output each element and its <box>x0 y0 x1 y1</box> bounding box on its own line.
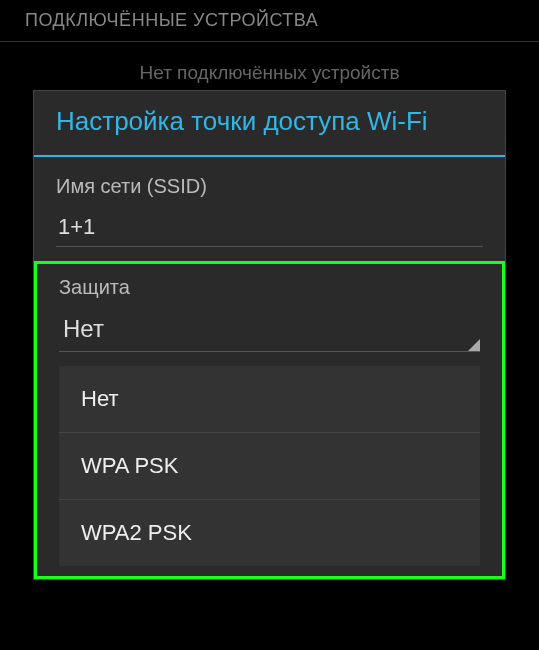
security-option-wpa2-psk[interactable]: WPA2 PSK <box>59 500 480 566</box>
security-option-none[interactable]: Нет <box>59 366 480 433</box>
screen-header: ПОДКЛЮЧЁННЫЕ УСТРОЙСТВА <box>0 0 539 42</box>
security-dropdown[interactable]: Нет <box>59 307 480 352</box>
security-options-list: Нет WPA PSK WPA2 PSK <box>59 366 480 566</box>
no-devices-text: Нет подключённых устройств <box>0 42 539 94</box>
ssid-label: Имя сети (SSID) <box>56 175 483 198</box>
security-section: Защита Нет Нет WPA PSK WPA2 PSK <box>34 261 505 579</box>
hotspot-dialog: Настройка точки доступа Wi-Fi Имя сети (… <box>33 90 506 580</box>
ssid-field-block: Имя сети (SSID) <box>34 157 505 247</box>
ssid-input[interactable] <box>56 208 483 247</box>
security-label: Защита <box>59 276 480 299</box>
dialog-title: Настройка точки доступа Wi-Fi <box>34 91 505 157</box>
security-option-wpa-psk[interactable]: WPA PSK <box>59 433 480 500</box>
